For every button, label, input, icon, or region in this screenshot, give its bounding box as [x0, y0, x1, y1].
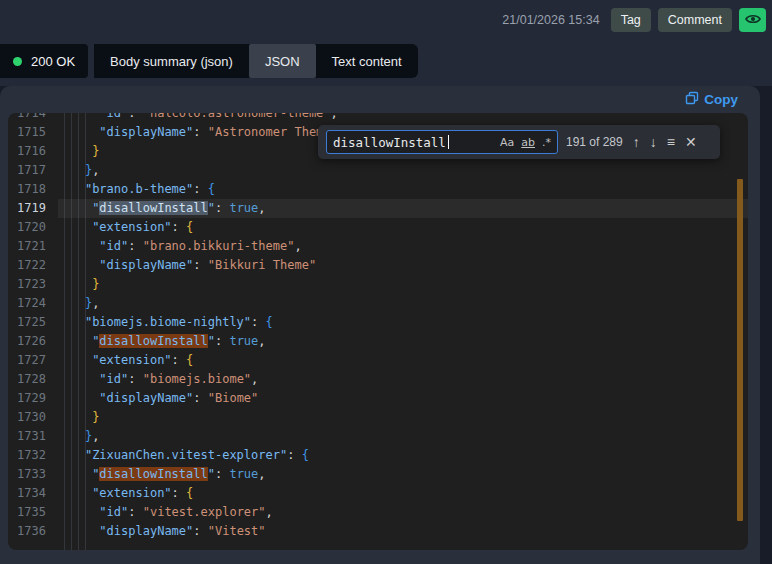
code-text: "id": "halcolo.astronomer-theme", [56, 113, 338, 123]
line-number: 1730 [8, 408, 56, 427]
match-case-toggle[interactable]: Aa [500, 136, 514, 149]
code-line: 1721 "id": "brano.bikkuri-theme", [8, 237, 748, 256]
response-tab-row: 200 OK Body summary (json) JSON Text con… [0, 44, 418, 78]
code-line: 1723 } [8, 275, 748, 294]
code-text: "disallowInstall": true, [56, 199, 266, 218]
find-results-count: 191 of 289 [566, 135, 623, 149]
code-line: 1727 "extension": { [8, 351, 748, 370]
line-number: 1720 [8, 218, 56, 237]
line-number: 1717 [8, 161, 56, 180]
code-text: } [56, 408, 99, 427]
code-line: 1733 "disallowInstall": true, [8, 465, 748, 484]
code-text: }, [56, 161, 99, 180]
copy-icon [685, 91, 699, 108]
code-line: 1722 "displayName": "Bikkuri Theme" [8, 256, 748, 275]
regex-toggle[interactable]: .* [542, 136, 551, 149]
code-text: "biomejs.biome-nightly": { [56, 313, 273, 332]
status-label: 200 OK [31, 54, 75, 69]
line-number: 1716 [8, 142, 56, 161]
code-line: 1728 "id": "biomejs.biome", [8, 370, 748, 389]
code-text: "disallowInstall": true, [56, 332, 266, 351]
search-match: disallowInstall [99, 467, 207, 481]
code-text: "id": "brano.bikkuri-theme", [56, 237, 302, 256]
code-line: 1731 }, [8, 427, 748, 446]
line-number: 1725 [8, 313, 56, 332]
current-search-match: disallowInstall [99, 201, 207, 215]
line-number: 1714 [8, 113, 56, 123]
code-text: "brano.b-theme": { [56, 180, 215, 199]
line-number: 1718 [8, 180, 56, 199]
code-text: "displayName": "Astronomer Theme" [56, 123, 338, 142]
line-number: 1722 [8, 256, 56, 275]
find-input[interactable]: disallowInstall Aa ab .* [326, 130, 558, 154]
line-number: 1733 [8, 465, 56, 484]
code-text: "extension": { [56, 218, 193, 237]
comment-button[interactable]: Comment [658, 8, 732, 32]
line-number: 1724 [8, 294, 56, 313]
response-body-panel: Copy 1714 "id": "halcolo.astronomer-them… [0, 86, 760, 564]
line-number: 1732 [8, 446, 56, 465]
top-strip: 21/01/2026 15:34 Tag Comment 200 OK Body… [0, 0, 772, 86]
code-line: 1714 "id": "halcolo.astronomer-theme", [8, 113, 748, 123]
line-number: 1736 [8, 522, 56, 541]
json-editor[interactable]: 1714 "id": "halcolo.astronomer-theme",17… [8, 113, 748, 550]
previous-match-icon[interactable]: ↑ [633, 135, 640, 149]
code-text: "extension": { [56, 484, 193, 503]
eye-icon [745, 13, 761, 28]
find-widget: disallowInstall Aa ab .* 191 of 289 ↑ ↓ … [318, 125, 720, 159]
find-nav: ↑ ↓ ≡ ✕ [633, 135, 697, 149]
tab-text-content[interactable]: Text content [316, 44, 418, 78]
tag-button[interactable]: Tag [611, 8, 651, 32]
line-number: 1715 [8, 123, 56, 142]
code-line: 1729 "displayName": "Biome" [8, 389, 748, 408]
find-in-selection-icon[interactable]: ≡ [667, 135, 675, 149]
overview-ruler-matches[interactable] [737, 179, 743, 521]
status-badge: 200 OK [0, 44, 88, 78]
code-line: 1719 "disallowInstall": true, [8, 199, 748, 218]
tab-body-summary[interactable]: Body summary (json) [94, 44, 249, 78]
line-number: 1721 [8, 237, 56, 256]
code-text: "id": "vitest.explorer", [56, 503, 273, 522]
code-line: 1720 "extension": { [8, 218, 748, 237]
code-text: }, [56, 294, 99, 313]
code-line: 1717 }, [8, 161, 748, 180]
code-text: "displayName": "Vitest" [56, 522, 266, 541]
code-text: "disallowInstall": true, [56, 465, 266, 484]
line-number: 1729 [8, 389, 56, 408]
code-text: "extension": { [56, 351, 193, 370]
find-toggles: Aa ab .* [500, 136, 551, 149]
status-ok-dot-icon [13, 57, 22, 66]
line-number: 1719 [8, 199, 56, 218]
top-bar: 21/01/2026 15:34 Tag Comment [502, 8, 766, 32]
text-cursor [448, 135, 449, 149]
code-text: } [56, 142, 99, 161]
code-line: 1724 }, [8, 294, 748, 313]
code-line: 1736 "displayName": "Vitest" [8, 522, 748, 541]
code-lines: 1714 "id": "halcolo.astronomer-theme",17… [8, 113, 748, 541]
code-text: "ZixuanChen.vitest-explorer": { [56, 446, 309, 465]
code-line: 1734 "extension": { [8, 484, 748, 503]
line-number: 1728 [8, 370, 56, 389]
whole-word-toggle[interactable]: ab [521, 136, 535, 149]
tab-json[interactable]: JSON [249, 44, 316, 78]
code-text: "displayName": "Biome" [56, 389, 258, 408]
line-number: 1735 [8, 503, 56, 522]
visibility-button[interactable] [739, 8, 766, 32]
code-line: 1735 "id": "vitest.explorer", [8, 503, 748, 522]
code-line: 1726 "disallowInstall": true, [8, 332, 748, 351]
timestamp: 21/01/2026 15:34 [502, 13, 599, 27]
code-text: }, [56, 427, 99, 446]
code-line: 1730 } [8, 408, 748, 427]
code-text: "id": "biomejs.biome", [56, 370, 258, 389]
code-line: 1725 "biomejs.biome-nightly": { [8, 313, 748, 332]
close-find-icon[interactable]: ✕ [685, 135, 697, 149]
code-line: 1732 "ZixuanChen.vitest-explorer": { [8, 446, 748, 465]
line-number: 1726 [8, 332, 56, 351]
code-line: 1718 "brano.b-theme": { [8, 180, 748, 199]
line-number: 1727 [8, 351, 56, 370]
next-match-icon[interactable]: ↓ [650, 135, 657, 149]
copy-button[interactable]: Copy [685, 91, 738, 108]
find-query-text: disallowInstall [333, 135, 446, 150]
line-number: 1723 [8, 275, 56, 294]
tabs-container: Body summary (json) JSON Text content [94, 44, 418, 78]
